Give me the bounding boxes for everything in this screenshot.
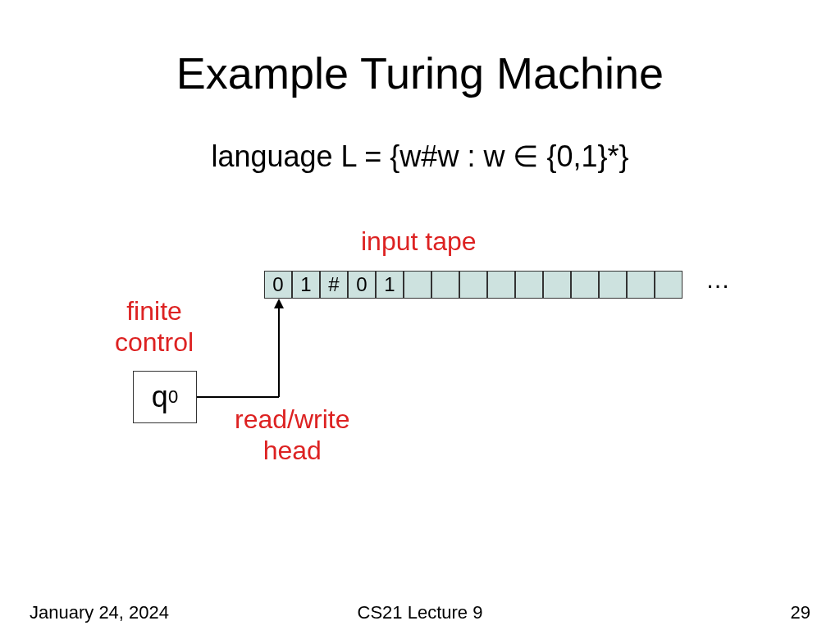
tape-cell: 0: [264, 271, 292, 299]
state-box: q0: [133, 371, 197, 423]
tape-cell: [431, 271, 459, 299]
tape-cell: [515, 271, 543, 299]
tape-cell: [627, 271, 655, 299]
state-subscript: 0: [168, 386, 178, 408]
input-tape-label: input tape: [361, 226, 477, 257]
tape-cell: [655, 271, 682, 299]
tape-cell: [404, 271, 431, 299]
tape-cell: [459, 271, 487, 299]
rw-line2: head: [263, 436, 322, 465]
tape-cell: [599, 271, 627, 299]
language-definition: language L = {w#w : w ∈ {0,1}*}: [0, 139, 840, 174]
tape-cell: [571, 271, 599, 299]
tape-cell: 0: [348, 271, 376, 299]
footer-page-number: 29: [791, 602, 810, 623]
slide-title: Example Turing Machine: [0, 48, 840, 98]
tape-cell: 1: [376, 271, 404, 299]
state-name: q: [152, 380, 168, 414]
finite-control-line1: finite: [126, 296, 182, 326]
tape: 0 1 # 0 1: [264, 271, 682, 299]
tape-ellipsis: …: [705, 266, 730, 294]
head-arrow-icon: [197, 295, 295, 402]
footer-course: CS21 Lecture 9: [0, 602, 840, 623]
rw-line1: read/write: [235, 404, 350, 434]
svg-marker-2: [274, 299, 284, 308]
tape-cell: 1: [292, 271, 320, 299]
tape-cell: #: [320, 271, 348, 299]
tape-cell: [487, 271, 515, 299]
read-write-head-label: read/write head: [235, 404, 350, 467]
tape-cell: [543, 271, 571, 299]
finite-control-line2: control: [115, 327, 194, 357]
finite-control-label: finite control: [115, 295, 194, 358]
slide: Example Turing Machine language L = {w#w…: [0, 0, 840, 630]
